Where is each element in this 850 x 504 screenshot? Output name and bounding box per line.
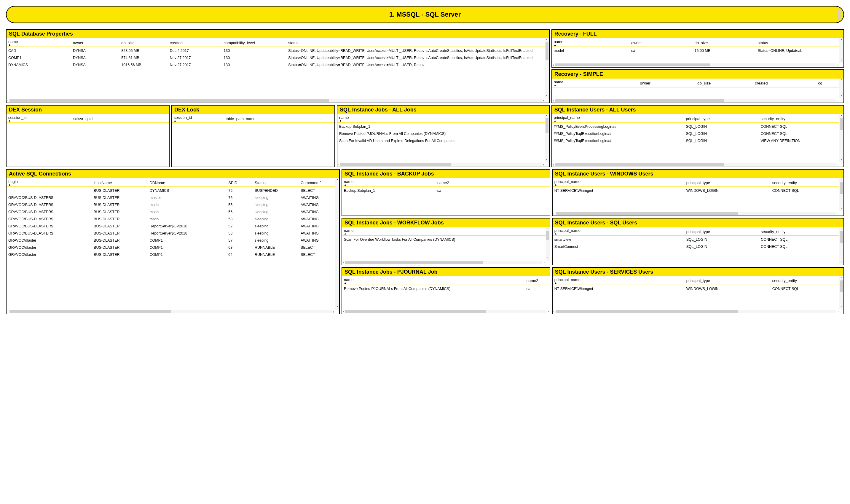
col-name2[interactable]: name2 [525, 276, 550, 285]
col-principal-type[interactable]: principal_type [685, 178, 771, 187]
col-security-entity[interactable]: security_entity [771, 276, 839, 285]
col-co[interactable]: co [816, 78, 839, 87]
scroll-up-icon[interactable]: ˄ [841, 276, 842, 280]
scroll-right-icon[interactable]: › [542, 163, 544, 166]
horizontal-scrollbar[interactable]: ‹› [342, 260, 545, 265]
scroll-down-icon[interactable]: ˅ [546, 95, 548, 98]
scroll-up-icon[interactable]: ˄ [546, 38, 548, 42]
table-row[interactable]: Remove Posted PJOURNALs From All Compani… [342, 285, 550, 292]
table-row[interactable]: DYNAMICSDYNSA1016.56 MBNov 27 2017130Sta… [6, 61, 545, 69]
scroll-left-icon[interactable]: ‹ [338, 163, 340, 166]
scroll-right-icon[interactable]: › [837, 212, 839, 215]
col-owner[interactable]: owner [638, 78, 695, 87]
col-owner[interactable]: owner [629, 38, 692, 47]
scroll-down-icon[interactable]: ˅ [337, 306, 338, 309]
scroll-up-icon[interactable]: ˄ [337, 179, 338, 182]
col-compat[interactable]: compatibility_level [222, 38, 286, 47]
table-row[interactable]: SmartConnectSQL_LOGINCONNECT SQL [553, 243, 839, 250]
scroll-left-icon[interactable]: ‹ [552, 99, 555, 102]
vertical-scrollbar[interactable]: ˄˅ [545, 38, 549, 98]
col-principal-type[interactable]: principal_type [685, 276, 771, 285]
vertical-scrollbar[interactable]: ˄˅ [839, 38, 844, 63]
scroll-left-icon[interactable]: ‹ [7, 310, 9, 313]
horizontal-scrollbar[interactable]: ‹› [342, 309, 550, 314]
scroll-right-icon[interactable]: › [837, 64, 839, 67]
horizontal-scrollbar[interactable]: ‹› [553, 309, 839, 314]
col-principal-name[interactable]: principal_name▲ [553, 227, 685, 236]
col-created[interactable]: created [753, 78, 816, 87]
table-row[interactable]: BUS-DLASTERDYNAMICS75SUSPENDEDSELECT [6, 187, 335, 194]
col-dbsize[interactable]: db_size [695, 78, 753, 87]
col-name[interactable]: name▲ [342, 178, 435, 187]
col-name[interactable]: name▲ [342, 276, 525, 285]
scroll-left-icon[interactable]: ‹ [342, 261, 344, 264]
scroll-up-icon[interactable]: ˄ [546, 114, 548, 118]
table-row[interactable]: GRAVOC\dlasterBUS-DLASTERCOMP164RUNNABLE… [6, 251, 335, 258]
table-row[interactable]: Remove Posted PJOURNALs From All Compani… [338, 130, 545, 137]
table-row[interactable]: Scan For Overdue Workflow Tasks For All … [342, 236, 545, 243]
col-spid[interactable]: SPID [227, 178, 253, 187]
col-status[interactable]: Status [253, 178, 299, 187]
horizontal-scrollbar[interactable]: ‹› [338, 162, 545, 167]
table-row[interactable]: GRAVOC\BUS-DLASTER$BUS-DLASTERReportServ… [6, 223, 335, 230]
table-row[interactable]: GRAVOC\BUS-DLASTER$BUS-DLASTERmaster76sl… [6, 194, 335, 201]
scroll-up-icon[interactable]: ˄ [841, 228, 842, 231]
scroll-left-icon[interactable]: ‹ [7, 99, 9, 102]
scroll-down-icon[interactable]: ˅ [840, 59, 842, 62]
col-security-entity[interactable]: security_entity [759, 114, 839, 123]
scroll-right-icon[interactable]: › [837, 99, 839, 102]
table-row[interactable]: GRAVOC\BUS-DLASTER$BUS-DLASTERmsdb56slee… [6, 209, 335, 216]
vertical-scrollbar[interactable]: ˄˅ [545, 227, 550, 260]
col-status[interactable]: status [286, 38, 545, 47]
table-row[interactable]: ##MS_PolicyTsqlExecutionLogin##SQL_LOGIN… [552, 137, 839, 144]
table-row[interactable]: ##MS_PolicyEventProcessingLogin##SQL_LOG… [552, 123, 839, 130]
vertical-scrollbar[interactable]: ˄˅ [839, 78, 844, 98]
horizontal-scrollbar[interactable]: ‹› [552, 63, 839, 67]
table-row[interactable]: NT SERVICE\WinmgmtWINDOWS_LOGINCONNECT S… [553, 285, 839, 292]
horizontal-scrollbar[interactable]: ‹› [552, 98, 839, 103]
col-security-entity[interactable]: security_entity [771, 178, 839, 187]
col-principal-name[interactable]: principal_name▲ [552, 114, 684, 123]
col-sqlsvr-spid[interactable]: sqlsvr_spid [71, 114, 169, 123]
scroll-down-icon[interactable]: ˅ [841, 208, 842, 211]
col-dbsize[interactable]: db_size [120, 38, 168, 47]
scroll-right-icon[interactable]: › [542, 99, 544, 102]
title-scroll-indicator[interactable] [837, 10, 840, 20]
scroll-left-icon[interactable]: ‹ [552, 64, 555, 67]
scroll-up-icon[interactable]: ˄ [841, 179, 842, 182]
horizontal-scrollbar[interactable]: ‹› [6, 98, 545, 103]
table-row[interactable]: CADDYNSA828.06 MBDec 4 2017130Status=ONL… [6, 47, 545, 54]
col-dbname[interactable]: DBName [148, 178, 227, 187]
col-created[interactable]: created [168, 38, 222, 47]
col-login[interactable]: Login▲ [6, 178, 92, 187]
scroll-left-icon[interactable]: ‹ [553, 310, 555, 313]
scroll-up-icon[interactable]: ˄ [547, 228, 548, 231]
col-table-path-name[interactable]: table_path_name [224, 114, 334, 123]
col-principal-name[interactable]: principal_name▲ [553, 178, 685, 187]
table-row[interactable]: GRAVOC\BUS-DLASTER$BUS-DLASTERReportServ… [6, 230, 335, 237]
col-session-id[interactable]: session_id▲ [172, 114, 224, 123]
scroll-right-icon[interactable]: › [837, 310, 839, 313]
col-principal-type[interactable]: principal_type [684, 114, 759, 123]
scroll-right-icon[interactable]: › [837, 163, 839, 166]
scroll-left-icon[interactable]: ‹ [552, 163, 555, 166]
table-row[interactable]: modelsa16.00 MBStatus=ONLINE, Updateab [552, 47, 839, 54]
scroll-down-icon[interactable]: ˅ [841, 306, 842, 309]
horizontal-scrollbar[interactable]: ‹› [6, 309, 335, 314]
col-session-id[interactable]: session_id▲ [6, 114, 71, 123]
scroll-down-icon[interactable]: ˅ [840, 95, 842, 98]
scroll-right-icon[interactable]: › [333, 310, 335, 313]
table-row[interactable]: GRAVOC\BUS-DLASTER$BUS-DLASTERmsdb55slee… [6, 201, 335, 209]
col-dbsize[interactable]: db_size [693, 38, 756, 47]
vertical-scrollbar[interactable]: ˄˅ [839, 114, 844, 162]
table-row[interactable]: COMP1DYNSA574.81 MBNov 27 2017130Status=… [6, 54, 545, 61]
horizontal-scrollbar[interactable]: ‹› [553, 211, 839, 216]
scroll-right-icon[interactable]: › [547, 310, 549, 313]
col-hostname[interactable]: HostName [92, 178, 148, 187]
col-name[interactable]: name▲ [338, 114, 545, 123]
vertical-scrollbar[interactable]: ˄˅ [839, 227, 844, 265]
col-principal-type[interactable]: principal_type [685, 227, 759, 236]
table-row[interactable]: Scan For Invalid AD Users and Expired De… [338, 137, 545, 144]
col-name[interactable]: name▲ [6, 38, 71, 47]
scroll-right-icon[interactable]: › [543, 261, 545, 264]
